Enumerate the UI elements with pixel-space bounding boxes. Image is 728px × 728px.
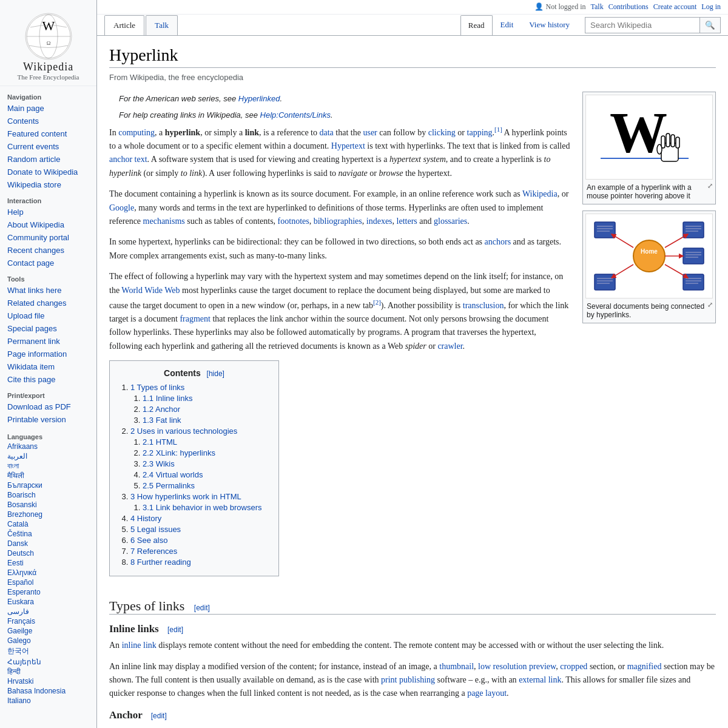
tapping-link[interactable]: tapping [467,128,493,137]
transclusion-link[interactable]: transclusion [463,301,504,310]
toc-link-2-4[interactable]: 2.4 Virtual worlds [143,470,203,479]
inline-edit-link[interactable]: edit [169,625,181,634]
lang-croatian[interactable]: Hrvatski [0,676,96,686]
sidebar-item-recent[interactable]: Recent changes [0,244,96,257]
page-layout-link[interactable]: page layout [467,689,507,698]
lang-french[interactable]: Français [0,616,96,626]
sidebar-item-permanentlink[interactable]: Permanent link [0,335,96,348]
toc-link-6[interactable]: 6 See also [130,536,167,545]
sidebar-item-donate[interactable]: Donate to Wikipedia [0,166,96,178]
sidebar-item-wikidata[interactable]: Wikidata item [0,360,96,373]
toc-link-2[interactable]: 2 Uses in various technologies [130,426,237,436]
computing-link[interactable]: computing [118,128,155,137]
letters-link[interactable]: letters [397,217,417,226]
sidebar-item-main-page[interactable]: Main page [0,102,96,115]
lang-greek[interactable]: Ελληνικά [0,568,96,578]
toc-link-3[interactable]: 3 How hyperlinks work in HTML [130,492,241,501]
expand-icon-1[interactable]: ⤢ [707,182,713,190]
hatnote-link-hyperlinked[interactable]: Hyperlinked [238,94,280,103]
anchors-link[interactable]: anchors [485,237,511,246]
sidebar-item-specialpages[interactable]: Special pages [0,322,96,335]
search-button[interactable]: 🔍 [700,17,721,33]
lang-persian[interactable]: فارسی [0,607,96,616]
toc-link-2-1[interactable]: 2.1 HTML [143,437,177,447]
sidebar-item-featured-content[interactable]: Featured content [0,127,96,140]
talk-link[interactable]: Talk [591,2,604,12]
footnotes-link[interactable]: footnotes [278,217,309,226]
toc-link-2-2[interactable]: 2.2 XLink: hyperlinks [143,448,215,457]
sidebar-item-current-events[interactable]: Current events [0,140,96,153]
tab-history[interactable]: View history [521,15,578,35]
contributions-link[interactable]: Contributions [608,2,649,12]
lang-esperanto[interactable]: Esperanto [0,587,96,597]
thumbnail-link[interactable]: thumbnail [439,662,474,671]
toc-link-1[interactable]: 1 Types of links [130,383,184,392]
expand-icon-2[interactable]: ⤢ [707,301,713,309]
clicking-link[interactable]: clicking [428,128,456,137]
login-link[interactable]: Log in [701,2,721,12]
create-account-link[interactable]: Create account [653,2,697,12]
lang-italian[interactable]: Italiano [0,696,96,706]
indexes-link[interactable]: indexes [366,217,393,226]
data-link[interactable]: data [320,128,334,137]
toc-link-1-2[interactable]: 1.2 Anchor [143,405,180,414]
lang-estonian[interactable]: Eesti [0,558,96,568]
bibliographies-link[interactable]: bibliographies [314,217,362,226]
hatnote-link-contents[interactable]: Help:Contents/Links [260,110,331,120]
lang-breton[interactable]: Brezhoneg [0,510,96,519]
lang-bulgarian[interactable]: Български [0,480,96,490]
sidebar-item-relatedchanges[interactable]: Related changes [0,297,96,309]
lang-catalan[interactable]: Català [0,519,96,529]
sidebar-item-whatlinks[interactable]: What links here [0,284,96,297]
cropped-link[interactable]: cropped [560,662,587,671]
lang-armenian[interactable]: Հայերեն [0,657,96,667]
print-publishing-link[interactable]: print publishing [381,675,435,684]
sidebar-item-random-article[interactable]: Random article [0,153,96,166]
sidebar-item-store[interactable]: Wikipedia store [0,178,96,191]
lang-czech[interactable]: Čeština [0,529,96,539]
lang-indonesian[interactable]: Bahasa Indonesia [0,686,96,696]
low-res-link[interactable]: low resolution preview [478,662,556,671]
toc-toggle[interactable]: [hide] [207,369,224,378]
www-link[interactable]: World Wide Web [121,286,180,295]
lang-hindi[interactable]: हिन्दी [0,667,96,676]
tab-read[interactable]: Read [460,15,493,35]
toc-link-5[interactable]: 5 Legal issues [130,525,181,534]
sidebar-item-uploadfile[interactable]: Upload file [0,309,96,322]
tab-talk[interactable]: Talk [146,15,178,35]
glossaries-link[interactable]: glossaries [434,217,467,226]
sidebar-item-community[interactable]: Community portal [0,231,96,244]
toc-link-7[interactable]: 7 References [130,547,177,556]
lang-afrikaans[interactable]: Afrikaans [0,442,96,451]
lang-maithili[interactable]: मैथिली [0,471,96,480]
anchor-edit-link[interactable]: edit [153,712,164,720]
sidebar-item-download-pdf[interactable]: Download as PDF [0,400,96,413]
lang-bosanski[interactable]: Bosanski [0,500,96,510]
lang-galician[interactable]: Galego [0,636,96,645]
magnified-link[interactable]: magnified [627,662,662,671]
toc-link-4[interactable]: 4 History [130,514,161,523]
search-input[interactable] [585,17,700,33]
google-link[interactable]: Google [109,203,134,212]
toc-link-2-3[interactable]: 2.3 Wikis [143,459,175,468]
lang-spanish[interactable]: Español [0,578,96,587]
lang-danish[interactable]: Dansk [0,539,96,548]
hypertext-link[interactable]: Hypertext [331,141,365,150]
sidebar-item-pageinfo[interactable]: Page information [0,348,96,360]
toc-link-2-5[interactable]: 2.5 Permalinks [143,481,195,490]
crawler-link[interactable]: crawler [437,342,462,351]
mechanisms-link[interactable]: mechanisms [143,217,185,226]
lang-arabic[interactable]: العربية [0,451,96,461]
tab-edit[interactable]: Edit [493,15,522,35]
user-link[interactable]: user [363,128,377,137]
toc-link-1-1[interactable]: 1.1 Inline links [143,394,192,403]
sidebar-item-about[interactable]: About Wikipedia [0,218,96,231]
toc-link-3-1[interactable]: 3.1 Link behavior in web browsers [143,503,262,512]
external-link-ref[interactable]: external link [519,675,561,684]
types-edit-link[interactable]: edit [196,604,207,612]
fragment-link[interactable]: fragment [180,314,211,323]
lang-german[interactable]: Deutsch [0,548,96,558]
lang-irish[interactable]: Gaeilge [0,626,96,636]
sidebar-item-contents[interactable]: Contents [0,115,96,127]
wikipedia-link[interactable]: Wikipedia [522,189,558,198]
